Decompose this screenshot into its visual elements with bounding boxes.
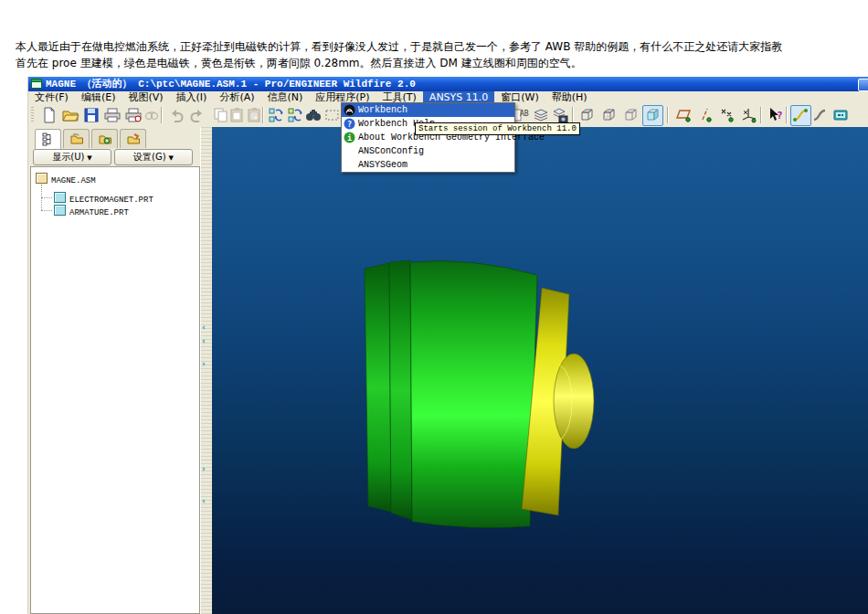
window-title: MAGNE （活动的） C:\ptc\MAGNE.ASM.1 - Pro/ENG… [46,79,416,90]
ansys-logo-icon [344,104,355,116]
menu-file[interactable]: 文件(F) [28,91,75,104]
tooltip: Starts session of Workbench 11.0 [415,122,580,135]
menu-help[interactable]: 帮助(H) [545,91,594,104]
expand-right-icon[interactable]: › [202,360,206,367]
menu-info[interactable]: 信息(N) [261,91,310,104]
intro-line-2: 首先在 proe 里建模，绿色是电磁铁，黄色是衔铁，两者间隙 0.28mm。然后… [16,55,856,71]
assembly-icon [36,173,48,184]
context-help-icon[interactable]: ? [767,106,785,124]
datum-axis-toggle-icon[interactable] [696,106,715,124]
part-icon [54,205,66,216]
search-binoculars-icon[interactable] [304,106,323,124]
model-tree: MAGNE.ASM ELECTROMAGNET.PRT ARMATURE.PRT [30,166,200,614]
layers-icon[interactable] [532,106,550,124]
chevron-down-icon: ▼ [169,154,174,162]
chevron-down-icon: ▼ [87,154,91,162]
paste-icon[interactable] [228,106,247,124]
ansys-dropdown-menu: Workbench ?Workbench Help iAbout Workben… [341,102,515,173]
print-preview-icon[interactable] [124,106,143,124]
svg-text:i: i [347,133,352,143]
collapse-left-icon[interactable]: ‹ [202,497,206,504]
tree-connector [41,197,52,198]
collapse-left-icon[interactable]: ‹ [202,337,206,344]
help-circle-icon: ? [344,118,355,130]
csys-toggle-icon[interactable] [740,106,758,124]
folder-browser-tab[interactable] [63,129,90,148]
minimize-button[interactable] [858,79,868,91]
copy-icon[interactable] [212,106,230,124]
datum-point-toggle-icon[interactable] [718,106,736,124]
toolbar-separator [786,107,788,123]
tree-item-part[interactable]: ARMATURE.PRT [54,205,129,217]
info-circle-icon: i [344,132,355,143]
layer-snapshot-icon[interactable] [551,106,569,124]
svg-text:?: ? [347,120,352,129]
settings-dropdown-button[interactable]: 设置(G)▼ [114,149,193,165]
save-icon[interactable] [82,106,101,124]
hiddenline-cube-icon[interactable] [599,106,618,124]
sketcher-palette-icon[interactable] [831,106,850,124]
tooltip-text: Starts session of Workbench 11.0 [418,124,577,133]
navigator-panel: 显示(U)▼ 设置(G)▼ MAGNE.ASM ELECTROMAGNET.PR… [28,127,200,614]
model-3d-view [212,127,868,614]
paste-special-icon[interactable] [246,106,264,124]
regenerate-custom-icon[interactable] [287,106,305,124]
electromagnet-body[interactable] [365,260,537,528]
title-bar[interactable]: MAGNE （活动的） C:\ptc\MAGNE.ASM.1 - Pro/ENG… [28,77,868,91]
print-icon[interactable] [103,106,122,124]
toolbar-separator [667,107,669,123]
regenerate-icon[interactable] [268,106,286,124]
menu-item-workbench[interactable]: Workbench [342,103,514,117]
model-tree-tab[interactable] [35,129,61,149]
connections-tab[interactable] [120,129,146,148]
datum-plane-toggle-icon[interactable] [674,106,693,124]
favorites-tab[interactable] [91,129,118,148]
intro-line-1: 本人最近由于在做电控燃油系统，正好牵扯到电磁铁的计算，看到好像没人发过，于是就自… [16,38,856,55]
toolbar-separator [572,107,574,123]
collapse-left-icon[interactable]: ‹ [202,323,206,331]
forum-post-text: 本人最近由于在做电控燃油系统，正好牵扯到电磁铁的计算，看到好像没人发过，于是就自… [16,38,856,71]
menu-insert[interactable]: 插入(I) [170,91,214,104]
svg-text:?: ? [777,110,783,122]
menu-item-ansysgeom[interactable]: ANSYSGeom [342,158,514,172]
tree-item-part[interactable]: ELECTROMAGNET.PRT [54,192,153,204]
style-curve-icon[interactable] [810,106,829,124]
references-icon[interactable] [143,106,161,124]
toolbar-separator [262,107,264,123]
spline-tool-icon[interactable] [790,105,811,126]
app-window-icon [31,79,42,89]
expand-right-icon[interactable]: › [202,465,206,472]
tree-connector [41,210,52,211]
navigator-buttons: 显示(U)▼ 设置(G)▼ [30,148,198,166]
menu-view[interactable]: 视图(V) [122,91,169,104]
part-icon [54,192,66,203]
toolbar-grip[interactable] [31,107,34,123]
select-box-icon[interactable] [323,106,342,124]
undo-icon[interactable] [167,106,185,124]
toolbar-separator [760,107,762,123]
toolbar-separator [161,107,163,123]
svg-text:AB: AB [520,110,529,118]
wireframe-cube-icon[interactable] [577,106,596,124]
nohidden-cube-icon[interactable] [621,106,640,124]
open-folder-icon[interactable] [61,106,79,124]
menu-item-ansconconfig[interactable]: ANSConConfig [342,144,514,158]
redo-icon[interactable] [188,106,206,124]
tree-item-assembly[interactable]: MAGNE.ASM [36,173,96,185]
graphics-viewport[interactable] [212,127,868,614]
shaded-cube-icon[interactable] [642,105,663,126]
show-dropdown-button[interactable]: 显示(U)▼ [33,149,111,165]
new-file-icon[interactable] [40,106,58,124]
menu-analysis[interactable]: 分析(A) [213,91,260,104]
menu-edit[interactable]: 编辑(E) [75,91,122,104]
